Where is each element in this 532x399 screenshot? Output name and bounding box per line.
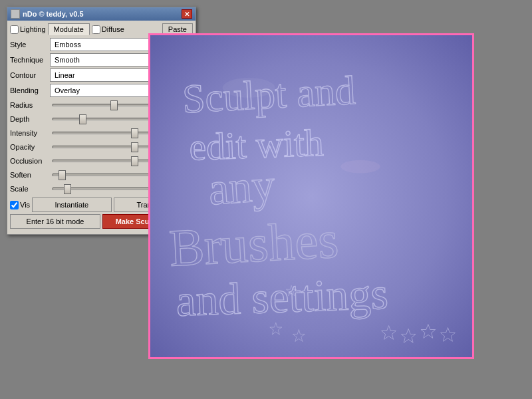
- svg-point-14: [222, 78, 275, 98]
- vis-label: Vis: [20, 201, 30, 209]
- enter-16bit-button[interactable]: Enter 16 bit mode: [10, 214, 100, 229]
- vis-checkbox[interactable]: [10, 201, 19, 209]
- title-bar-left: nDo © teddy, v0.5: [11, 9, 84, 19]
- vis-checkbox-label[interactable]: Vis: [10, 201, 30, 209]
- svg-text:any: any: [206, 159, 276, 215]
- lighting-checkbox-label[interactable]: Lighting: [10, 25, 46, 34]
- svg-text:Sculpt and: Sculpt and: [181, 67, 356, 122]
- blending-label: Blending: [10, 86, 50, 94]
- intensity-label: Intensity: [10, 129, 50, 137]
- instantiate-button[interactable]: Instantiate: [32, 198, 111, 212]
- preview-canvas: Sculpt and edit with any Brushes and set…: [148, 33, 474, 359]
- style-label: Style: [10, 41, 50, 49]
- preview-area: Sculpt and edit with any Brushes and set…: [103, 10, 519, 382]
- svg-point-15: [340, 160, 380, 174]
- radius-label: Radius: [10, 101, 50, 109]
- scale-label: Scale: [10, 185, 50, 193]
- window-title: nDo © teddy, v0.5: [23, 10, 84, 18]
- contour-label: Contour: [10, 71, 50, 79]
- preview-svg: Sculpt and edit with any Brushes and set…: [150, 35, 472, 357]
- soften-label: Soften: [10, 171, 50, 179]
- svg-text:and settings: and settings: [175, 269, 388, 326]
- technique-label: Technique: [10, 56, 50, 64]
- diffuse-checkbox[interactable]: [92, 25, 100, 34]
- depth-label: Depth: [10, 115, 50, 123]
- lighting-label: Lighting: [20, 25, 46, 33]
- svg-text:Brushes: Brushes: [168, 210, 340, 277]
- title-icon: [11, 9, 20, 19]
- opacity-label: Opacity: [10, 143, 50, 151]
- occlusion-label: Occlusion: [10, 157, 50, 165]
- lighting-checkbox[interactable]: [10, 25, 19, 34]
- modulate-tab[interactable]: Modulate: [48, 23, 90, 35]
